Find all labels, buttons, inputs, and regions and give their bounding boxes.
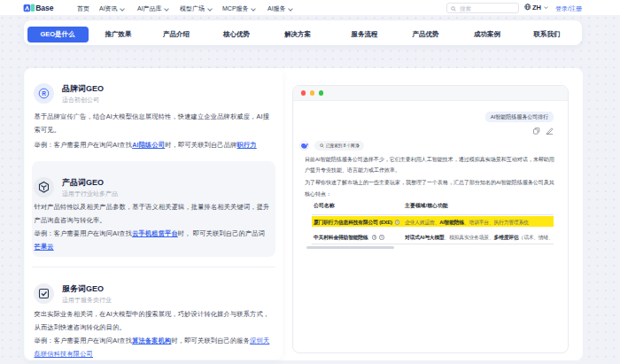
svg-text:R: R: [42, 90, 46, 97]
svg-text:Base: Base: [35, 4, 53, 12]
